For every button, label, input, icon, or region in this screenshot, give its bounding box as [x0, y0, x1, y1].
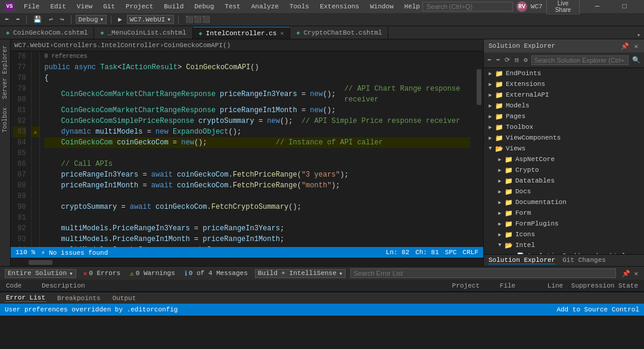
sol-forward-button[interactable]: ➡: [495, 56, 502, 64]
btab-error-list[interactable]: Error List: [5, 294, 46, 302]
panel-pin-button[interactable]: 📌: [620, 42, 630, 50]
tab-close-icon[interactable]: ✕: [280, 30, 284, 37]
menu-git[interactable]: Git: [101, 3, 117, 10]
horiz-scrollbar-thumb[interactable]: [29, 260, 52, 265]
tree-item-models[interactable]: ▶ 📁 Models: [484, 100, 644, 111]
sol-tree: ▶ 📁 EndPoints ▶ 📁 Extensions ▶ 📁 Externa…: [484, 68, 644, 254]
menu-window[interactable]: Window: [368, 3, 396, 10]
code-line-77: public async Task<IActionResult> CoinGec…: [45, 62, 470, 73]
tree-item-form[interactable]: ▶ 📁 Form: [484, 208, 644, 218]
horiz-scrollbar[interactable]: [11, 258, 483, 266]
warning-count-badge[interactable]: ⚠ 0 Warnings: [127, 270, 178, 277]
toolbar-sep3: [111, 16, 111, 24]
error-search-input[interactable]: [350, 268, 616, 278]
tree-item-toolbox[interactable]: ▶ 📁 Toolbox: [484, 122, 644, 132]
message-count-badge[interactable]: ℹ 0 of 4 Messages: [182, 270, 250, 277]
tree-item-extensions[interactable]: ▶ 📁 Extensions: [484, 79, 644, 89]
error-count-badge[interactable]: ✕ 0 Errors: [81, 270, 123, 277]
menu-tools[interactable]: Tools: [287, 3, 312, 10]
sol-sync-button[interactable]: ⟳: [503, 56, 511, 64]
menu-test[interactable]: Test: [222, 3, 242, 10]
tree-item-externalapi[interactable]: ▶ 📁 ExternalAPI: [484, 89, 644, 100]
btab-breakpoints[interactable]: Breakpoints: [56, 295, 102, 302]
no-issues: ⚡ No issues found: [41, 249, 108, 257]
tab-cryptochatbot[interactable]: ◈ CryptoChatBot.cshtml: [290, 27, 388, 39]
run-button[interactable]: ▶: [116, 16, 125, 23]
solution-explorer-title: Solution Explorer: [489, 42, 555, 50]
sol-back-button[interactable]: ⬅: [486, 56, 493, 64]
code-editor[interactable]: 0 references public async Task<IActionRe…: [40, 51, 475, 247]
live-share-button[interactable]: Live Share: [546, 0, 580, 14]
btab-output[interactable]: Output: [111, 295, 138, 302]
menu-debug[interactable]: Debug: [192, 3, 216, 10]
editor-body: 76 77 78 79 80 81 82 83 84 85 86 87 88 8…: [11, 51, 483, 247]
tree-item-pages[interactable]: ▶ 📁 Pages: [484, 111, 644, 122]
tree-arrow: ▶: [496, 156, 504, 163]
tree-item-icons[interactable]: ▶ 📁 Icons: [484, 229, 644, 240]
tree-arrow: ▶: [486, 113, 494, 120]
title-search-input[interactable]: [422, 2, 513, 11]
error-filter-dropdown[interactable]: Entire Solution▾: [5, 269, 76, 278]
panel-close-button[interactable]: ✕: [633, 42, 639, 50]
toolbar-redo[interactable]: ↪: [58, 16, 67, 23]
tree-arrow: ▶: [496, 199, 504, 206]
vtab-server-explorer[interactable]: Server Explorer: [1, 42, 10, 103]
menu-help[interactable]: Help: [402, 3, 422, 10]
editor-scrollbar[interactable]: [475, 51, 483, 247]
tab-intelcontroller[interactable]: ◈ IntelController.cs ✕: [193, 27, 291, 39]
tree-item-intel[interactable]: ▼ 📂 Intel: [484, 240, 644, 251]
sol-search-input[interactable]: [531, 55, 629, 65]
menu-file[interactable]: File: [21, 3, 42, 10]
title-bar-left: VS File Edit View Git Project Build Debu…: [5, 2, 422, 11]
toolbar-back[interactable]: ⬅: [2, 16, 11, 23]
menu-edit[interactable]: Edit: [48, 3, 68, 10]
tree-item-datatables[interactable]: ▶ 📁 Datatables: [484, 175, 644, 186]
status-add-source[interactable]: Add to Source Control: [556, 306, 639, 313]
sol-tab-solution-explorer[interactable]: Solution Explorer: [489, 257, 555, 264]
menu-analyze[interactable]: Analyze: [249, 3, 281, 10]
tree-item-viewcomponents[interactable]: ▶ 📁 ViewComponents: [484, 132, 644, 143]
folder-icon: 📁: [504, 208, 514, 218]
tree-label: Datatables: [515, 177, 555, 184]
tab-overflow-dropdown[interactable]: ▾: [633, 32, 644, 39]
cursor-col: Ch: 81: [415, 249, 439, 256]
sol-tab-git-changes[interactable]: Git Changes: [562, 257, 606, 264]
menu-extensions[interactable]: Extensions: [318, 3, 362, 10]
breadcrumb-file: Controllers.IntelController: [54, 42, 160, 49]
menu-build[interactable]: Build: [161, 3, 186, 10]
scrollbar-thumb[interactable]: [477, 69, 481, 105]
tree-arrow: ▶: [486, 103, 494, 109]
toolbar-forward[interactable]: ➡: [14, 16, 23, 23]
menu-view[interactable]: View: [74, 3, 95, 10]
error-panel-pin[interactable]: 📌: [621, 270, 631, 277]
tree-item-endpoints[interactable]: ▶ 📁 EndPoints: [484, 68, 644, 79]
tree-item-views[interactable]: ▼ 📂 Views: [484, 143, 644, 154]
col-file: File: [496, 282, 544, 289]
tree-item-documentation[interactable]: ▶ 📁 Documentation: [484, 197, 644, 208]
error-panel-close[interactable]: ✕: [633, 270, 639, 277]
tree-item-docs[interactable]: ▶ 📁 Docs: [484, 186, 644, 197]
close-button[interactable]: ✕: [638, 0, 644, 13]
tree-item-formplugins[interactable]: ▶ 📁 FormPlugins: [484, 218, 644, 229]
tree-arrow: ▶: [496, 167, 504, 174]
user-avatar[interactable]: RV: [517, 1, 527, 12]
menu-project[interactable]: Project: [123, 3, 155, 10]
sol-search-button[interactable]: 🔍: [631, 56, 642, 64]
maximize-button[interactable]: □: [611, 0, 638, 13]
tree-arrow: ▶: [486, 124, 494, 131]
tree-item-crypto[interactable]: ▶ 📁 Crypto: [484, 165, 644, 175]
debug-config-dropdown[interactable]: Debug▾: [76, 15, 107, 24]
platform-dropdown[interactable]: WC7.WebUI▾: [127, 15, 174, 24]
sol-filter-button[interactable]: ⊟: [514, 56, 520, 64]
toolbar-save[interactable]: 💾: [31, 16, 44, 23]
toolbar-extra[interactable]: ⬛⬛⬛: [183, 16, 213, 23]
minimize-button[interactable]: ─: [583, 0, 611, 13]
tab-coingeckocom[interactable]: ◈ CoinGeckoCom.cshtml: [0, 27, 94, 39]
sol-exp-toolbar: ⬅ ➡ ⟳ ⊟ ⚙ 🔍: [484, 52, 644, 68]
sol-settings-button[interactable]: ⚙: [522, 56, 529, 64]
vtab-toolbox[interactable]: Toolbox: [1, 104, 10, 136]
toolbar-undo[interactable]: ↩: [46, 16, 55, 23]
build-dropdown[interactable]: Build + IntelliSense▾: [255, 269, 346, 278]
tree-item-aspnetcore[interactable]: ▶ 📁 AspNetCore: [484, 154, 644, 165]
tab-menuCoinList[interactable]: ◈ _MenuCoinList.cshtml: [94, 27, 192, 39]
